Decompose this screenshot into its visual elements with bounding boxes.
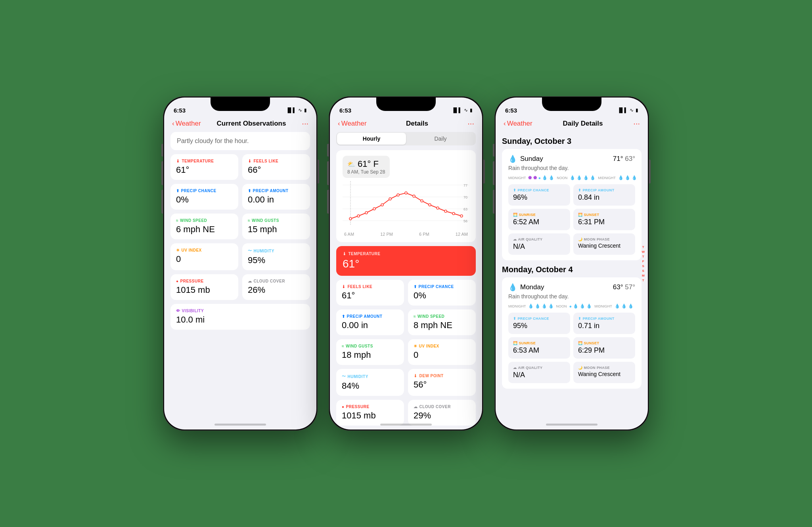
detail-metrics-grid: 🌡 FEELS LIKE 61° ⬆ PRECIP CHANCE 0%	[336, 280, 476, 430]
volume-down-button[interactable]	[161, 190, 163, 214]
weather-icon: ⛅	[347, 160, 355, 168]
chart-label-6am: 6 AM	[344, 232, 354, 237]
daily-screen-content: Sunday, October 3 💧 Sunday 71° 63° Rain …	[496, 132, 648, 424]
power-button-3[interactable]	[649, 160, 651, 183]
precip-amount-icon-2: ⬆	[342, 314, 345, 319]
detail-precip-chance: ⬆ PRECIP CHANCE 0%	[408, 280, 476, 306]
precip-chance-icon-mon: ⬆	[513, 317, 516, 321]
svg-point-20	[437, 207, 439, 209]
volume-down-button-3[interactable]	[493, 190, 494, 214]
detail-wind-speed: ≈ WIND SPEED 8 mph NE	[408, 309, 476, 335]
sunday-description: Rain throughout the day.	[508, 165, 635, 171]
uv-index-icon: ☀	[176, 248, 180, 252]
sunday-sunrise: 🌅 SUNRISE 6:52 AM	[508, 209, 570, 230]
precip-amount-icon-mon: ⬆	[578, 317, 581, 321]
mute-button-2[interactable]	[327, 144, 329, 157]
home-indicator-2	[380, 424, 432, 426]
metric-humidity-value: 95%	[248, 255, 304, 265]
temperature-chart: 77 70 63 56	[343, 181, 469, 229]
detail-feels-like: 🌡 FEELS LIKE 61°	[336, 280, 404, 306]
mute-button-3[interactable]	[493, 144, 494, 157]
metric-precip-amount: ⬆ PRECIP AMOUNT 0.00 in	[242, 184, 310, 210]
svg-point-17	[413, 195, 415, 197]
metric-precip-amount-label: ⬆ PRECIP AMOUNT	[248, 189, 304, 193]
description-text: Partly cloudy for the hour.	[177, 137, 249, 144]
sunday-hourly-icons: MIDNIGHT ⬟ ⬟ ● 💧 💧 NOON 💧 💧 💧 💧 MIDNIGHT…	[508, 175, 635, 180]
metric-uv-index-label: ☀ UV INDEX	[176, 248, 233, 252]
svg-point-9	[349, 218, 352, 220]
tab-bar: Hourly Daily	[336, 132, 476, 145]
monday-sunrise: 🌅 SUNRISE 6:53 AM	[508, 337, 570, 359]
uv-index-icon-2: ☀	[414, 344, 417, 348]
nav-bar-2: ‹ Weather Details ···	[330, 117, 482, 132]
volume-up-button-2[interactable]	[327, 161, 329, 185]
metric-visibility-value: 10.0 mi	[176, 315, 304, 325]
metric-cloud-cover-label: ☁ CLOUD COVER	[248, 279, 304, 283]
metric-cloud-cover-value: 26%	[248, 285, 304, 295]
metric-visibility-label: 👁 VISIBILITY	[176, 309, 304, 313]
more-options-button-2[interactable]: ···	[467, 119, 474, 128]
tab-daily[interactable]: Daily	[406, 133, 475, 145]
chart-x-labels: 6 AM 12 PM 6 PM 12 AM	[343, 232, 469, 237]
battery-icon: ▮	[304, 107, 307, 113]
metric-humidity-label: 〜 HUMIDITY	[248, 248, 304, 254]
nav-back-button-3[interactable]: ‹ Weather	[504, 120, 532, 128]
nav-back-button-2[interactable]: ‹ Weather	[338, 120, 367, 128]
nav-back-button[interactable]: ‹ Weather	[172, 120, 201, 128]
nav-back-label: Weather	[176, 120, 201, 128]
cloud-cover-icon-2: ☁	[414, 405, 418, 409]
volume-up-button[interactable]	[161, 161, 163, 185]
wifi-icon-2: ∿	[464, 107, 468, 113]
monday-sunset: 🌅 SUNSET 6:29 PM	[573, 337, 635, 359]
moon-phase-icon: 🌙	[578, 237, 582, 241]
metric-wind-speed-value: 6 mph NE	[176, 224, 233, 235]
wind-gusts-icon: ≈	[248, 218, 250, 223]
sunset-icon: 🌅	[578, 213, 582, 217]
moon-phase-icon-mon: 🌙	[578, 366, 582, 370]
sunday-precip-amount: ⬆ PRECIP AMOUNT 0.84 in	[573, 184, 635, 206]
dew-point-icon: 🌡	[414, 374, 418, 378]
precip-chance-icon: ⬆	[176, 189, 180, 193]
screen-content: Partly cloudy for the hour. 🌡 TEMPERATUR…	[164, 132, 316, 424]
cloud-cover-icon: ☁	[248, 279, 252, 283]
svg-point-22	[452, 212, 455, 215]
monday-precip-amount: ⬆ PRECIP AMOUNT 0.71 in	[573, 313, 635, 334]
power-button[interactable]	[318, 160, 319, 183]
air-quality-icon: ☁	[513, 237, 517, 241]
chevron-left-icon-2: ‹	[338, 120, 340, 128]
sunday-metrics: ⬆ PRECIP CHANCE 96% ⬆ PRECIP AMOUNT 0.84…	[508, 184, 635, 255]
status-icons-2: ▐▌▌ ∿ ▮	[452, 107, 473, 113]
sunday-sunset: 🌅 SUNSET 6:31 PM	[573, 209, 635, 230]
precip-chance-icon-2: ⬆	[414, 285, 417, 289]
mute-button[interactable]	[161, 144, 163, 157]
volume-up-button-3[interactable]	[493, 161, 494, 185]
tab-hourly[interactable]: Hourly	[337, 133, 406, 145]
chart-container: ⛅ 61° F 8 AM, Tue Sep 28 77 70 63	[336, 150, 476, 242]
more-options-button[interactable]: ···	[302, 119, 308, 128]
more-options-button-3[interactable]: ···	[633, 119, 640, 128]
chart-tooltip-temp: 61° F	[358, 159, 379, 169]
description-card: Partly cloudy for the hour.	[170, 132, 310, 150]
detail-dew-point: 🌡 DEW POINT 56°	[408, 369, 476, 396]
wifi-icon-3: ∿	[630, 107, 634, 113]
metric-precip-chance: ⬆ PRECIP CHANCE 0%	[170, 184, 238, 210]
sunday-air-quality: ☁ AIR QUALITY N/A	[508, 233, 570, 255]
metric-uv-index-value: 0	[176, 254, 233, 264]
wind-gusts-icon-2: ≈	[342, 344, 344, 348]
nav-bar: ‹ Weather Current Observations ···	[164, 117, 316, 132]
air-quality-icon-mon: ☁	[513, 366, 517, 370]
volume-down-button-2[interactable]	[327, 190, 329, 214]
svg-point-11	[365, 212, 368, 214]
monday-precip-chance: ⬆ PRECIP CHANCE 95%	[508, 313, 570, 334]
sunday-header: 💧 Sunday 71° 63°	[508, 155, 635, 163]
battery-icon-2: ▮	[470, 107, 473, 113]
metric-pressure-value: 1015 mb	[176, 285, 233, 295]
humidity-icon-2: 〜	[342, 374, 346, 379]
details-metrics: 🌡 TEMPERATURE 61° 🌡 FEELS LIKE 61°	[330, 246, 482, 430]
power-button-2[interactable]	[483, 160, 485, 183]
svg-point-16	[405, 192, 407, 194]
status-icons-3: ▐▌▌ ∿ ▮	[617, 107, 638, 113]
metric-wind-speed: ≈ WIND SPEED 6 mph NE	[170, 214, 238, 239]
wind-speed-icon: ≈	[176, 218, 178, 223]
monday-card: 💧 Monday 63° 57° Rain throughout the day…	[502, 277, 642, 389]
